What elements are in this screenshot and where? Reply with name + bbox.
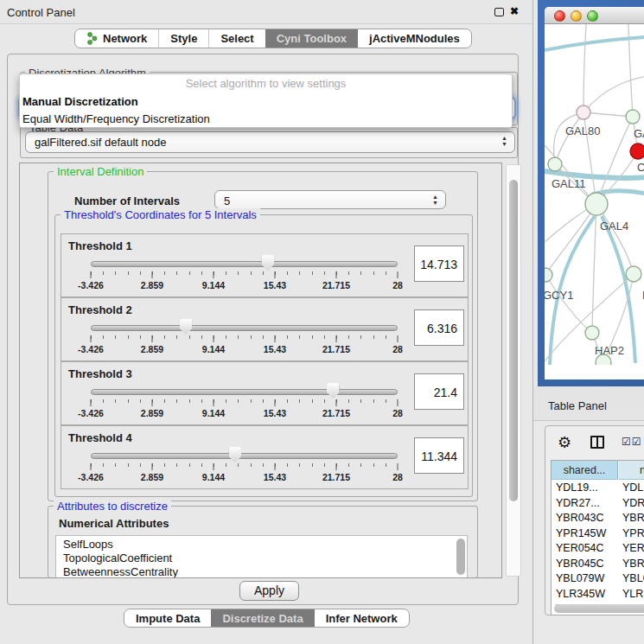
tab-network-label: Network: [103, 32, 147, 45]
slider-scale-labels: -3.4262.8599.14415.4321.71528: [91, 408, 398, 419]
node-gcy1[interactable]: [545, 268, 552, 282]
cyni-bottom-tabbar: Impute Data Discretize Data Infer Networ…: [124, 609, 410, 628]
tab-impute-data[interactable]: Impute Data: [124, 609, 211, 627]
gear-icon[interactable]: ⚙: [558, 433, 571, 452]
table-panel-title: Table Panel: [548, 399, 607, 412]
node-label: GAL4: [600, 220, 628, 233]
network-inner-window: GAL80 GA C GAL11 GAL4 GCY1 H HAP2: [545, 7, 644, 379]
column-layout-icon[interactable]: [590, 436, 604, 449]
network-window-titlebar[interactable]: [545, 7, 644, 24]
threshold-4-value-field[interactable]: 11.344: [414, 437, 464, 474]
table-row[interactable]: YDR27...YDR2: [552, 496, 644, 512]
number-of-intervals-value: 5: [224, 194, 230, 207]
threshold-4-panel: Threshold 4 -3.4262.8599.14415.4321.7152…: [61, 425, 469, 489]
slider-handle[interactable]: [261, 255, 274, 271]
threshold-2-panel: Threshold 2 -3.4262.8599.14415.4321.7152…: [61, 297, 469, 361]
node-label: HAP2: [595, 344, 624, 357]
tab-style[interactable]: Style: [158, 29, 208, 48]
tab-infer-network[interactable]: Infer Network: [315, 609, 409, 627]
node-label: GAL80: [565, 124, 600, 137]
control-panel-tabbar: Network Style Select Cyni Toolbox jActiv…: [74, 29, 472, 48]
select-columns-icon[interactable]: ☑☑: [622, 436, 642, 448]
tab-discretize-data[interactable]: Discretize Data: [211, 609, 314, 627]
network-icon: [86, 32, 98, 45]
scrollbar-thumb[interactable]: [509, 180, 518, 501]
control-panel-window: Control Panel ✖ Network Style Select Cyn…: [0, 0, 533, 644]
table-row[interactable]: YBR045CYBR0: [552, 557, 644, 572]
threshold-2-value-field[interactable]: 6.316: [414, 309, 464, 346]
list-item[interactable]: TopologicalCoefficient: [63, 552, 172, 564]
slider-track[interactable]: [91, 325, 398, 331]
mac-minimize-icon[interactable]: [571, 10, 582, 22]
node-gal4[interactable]: [585, 193, 608, 215]
network-nodes: [545, 105, 644, 365]
settings-vertical-scrollbar[interactable]: [506, 164, 521, 577]
slider-handle[interactable]: [327, 383, 340, 399]
dropdown-option-equal-width-frequency[interactable]: Equal Width/Frequency Discretization: [20, 111, 512, 128]
table-row[interactable]: YBL079WYBL0: [552, 571, 644, 587]
float-window-icon[interactable]: [494, 8, 504, 16]
network-view-window: GAL80 GA C GAL11 GAL4 GCY1 H HAP2: [538, 0, 644, 386]
list-scrollbar[interactable]: [456, 539, 465, 575]
combo-caret-icon: ▲▼: [501, 135, 507, 147]
slider-handle[interactable]: [228, 447, 241, 462]
threshold-coordinates-group: Threshold's Coordinates for 5 Intervals …: [54, 214, 473, 497]
dropdown-option-manual-discretization[interactable]: Manual Discretization: [20, 93, 512, 111]
numerical-attributes-label: Numerical Attributes: [59, 517, 169, 530]
tab-select[interactable]: Select: [208, 29, 265, 48]
table-data-combobox[interactable]: galFiltered.sif default node ▲▼: [25, 131, 515, 153]
table-row[interactable]: YPR145WYPR1: [552, 526, 644, 542]
table-row[interactable]: YLR345WYLR3: [552, 587, 644, 603]
threshold-coordinates-title: Threshold's Coordinates for 5 Intervals: [61, 208, 260, 221]
mac-zoom-icon[interactable]: [587, 10, 598, 22]
tab-jactivemnodules[interactable]: jActiveMNodules: [358, 29, 471, 48]
list-item[interactable]: SelfLoops: [63, 538, 113, 551]
threshold-4-slider[interactable]: -3.4262.8599.14415.4321.71528: [91, 447, 398, 485]
threshold-3-value-field[interactable]: 21.4: [414, 373, 464, 410]
control-panel-title: Control Panel: [7, 6, 75, 19]
slider-track[interactable]: [91, 261, 398, 267]
node-h[interactable]: [626, 266, 641, 282]
table-panel-titlebar: Table Panel: [533, 386, 644, 421]
node-label: GCY1: [545, 289, 573, 302]
network-canvas[interactable]: GAL80 GA C GAL11 GAL4 GCY1 H HAP2: [545, 24, 644, 365]
tab-network[interactable]: Network: [75, 29, 158, 48]
number-of-intervals-spinner[interactable]: 5 ▲▼: [214, 190, 446, 209]
close-icon[interactable]: ✖: [510, 5, 519, 17]
algorithm-dropdown-popup: Select algorithm to view settings Manual…: [19, 73, 513, 128]
attributes-group-title: Attributes to discretize: [54, 500, 171, 513]
table-horizontal-scrollbar[interactable]: [554, 604, 644, 613]
slider-scale-labels: -3.4262.8599.14415.4321.71528: [91, 344, 398, 355]
dropdown-placeholder-option[interactable]: Select algorithm to view settings: [20, 75, 512, 92]
node-gal80[interactable]: [577, 105, 590, 119]
slider-ticks: [91, 463, 398, 470]
cyni-toolbox-panel: Discretization Algorithm ▲▼ Select algor…: [7, 54, 519, 605]
threshold-1-value-field[interactable]: 14.713: [414, 245, 464, 282]
node-hap2[interactable]: [585, 326, 599, 340]
node-gal11[interactable]: [548, 157, 562, 171]
slider-handle[interactable]: [180, 319, 193, 335]
node-ga[interactable]: [626, 110, 640, 124]
threshold-1-slider[interactable]: -3.4262.8599.14415.4321.71528: [91, 255, 398, 293]
table-panel-body: ⚙ ☑☑ shared... na YDL19...YDL1 YDR27...Y…: [533, 421, 644, 644]
table-row[interactable]: YER054CYER0: [552, 541, 644, 557]
threshold-3-slider[interactable]: -3.4262.8599.14415.4321.71528: [91, 383, 398, 421]
threshold-3-panel: Threshold 3 -3.4262.8599.14415.4321.7152…: [61, 361, 469, 425]
apply-button[interactable]: Apply: [239, 581, 299, 601]
threshold-1-panel: Threshold 1 -3.4262.8599.14415.4321.7152…: [61, 233, 469, 297]
node-attribute-table: shared... na YDL19...YDL1 YDR27...YDR2 Y…: [551, 460, 644, 615]
table-row[interactable]: YBR043CYBR0: [552, 511, 644, 526]
mac-close-icon[interactable]: [554, 10, 565, 22]
slider-ticks: [91, 271, 398, 278]
threshold-2-slider[interactable]: -3.4262.8599.14415.4321.71528: [91, 319, 398, 357]
node-label: GAL11: [552, 177, 586, 190]
node-red-selected[interactable]: [630, 143, 644, 159]
numerical-attributes-list: SelfLoops TopologicalCoefficient Between…: [55, 535, 468, 578]
slider-track[interactable]: [91, 389, 398, 395]
slider-track[interactable]: [91, 453, 398, 459]
column-header-shared-name[interactable]: shared...: [552, 461, 618, 480]
column-header-name[interactable]: na: [619, 461, 644, 480]
table-row[interactable]: YDL19...YDL1: [552, 481, 644, 496]
tab-cyni-toolbox[interactable]: Cyni Toolbox: [265, 29, 358, 48]
list-item[interactable]: BetweennessCentrality: [63, 565, 178, 578]
